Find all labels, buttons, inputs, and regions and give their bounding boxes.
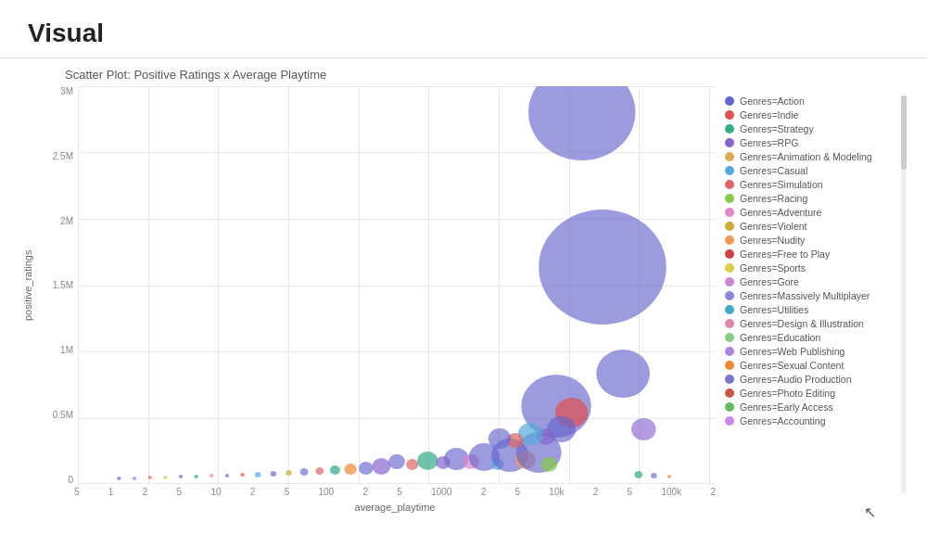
legend-dot-sexual [725,361,734,370]
x-ticks-row: 5 1 2 5 10 2 5 100 2 5 1000 2 5 10k 2 5 [74,487,716,513]
legend-item-design: Genres=Design & Illustration [725,318,896,329]
x-tick-500: 5 [397,487,402,497]
legend-label-accounting: Genres=Accounting [740,415,826,426]
legend-item-webpublishing: Genres=Web Publishing [725,346,896,357]
y-tick-1m: 1M [41,345,78,355]
bubble-28 [147,476,151,479]
bubble-21 [255,472,261,477]
chart-container: Scatter Plot: Positive Ratings x Average… [0,58,927,554]
chart-area: Scatter Plot: Positive Ratings x Average… [19,68,716,544]
legend-label-rpg: Genres=RPG [740,137,798,148]
page-header: Visual [0,0,927,58]
legend-label-strategy: Genres=Strategy [740,123,814,134]
legend-label-freetoplay: Genres=Free to Play [740,248,830,260]
legend-label-sexual: Genres=Sexual Content [740,360,844,371]
legend-item-sports: Genres=Sports [725,262,896,274]
legend-item-audio: Genres=Audio Production [725,374,896,385]
legend-dot-simulation [725,180,734,189]
x-tick-20k: 2 [593,487,599,497]
legend-dot-indie [725,110,734,120]
legend-item-animation: Genres=Animation & Modeling [725,151,896,162]
legend-item-photo: Genres=Photo Editing [725,388,896,399]
legend-item-sexual: Genres=Sexual Content [725,360,896,371]
bubble-26 [179,475,183,478]
bubble-12 [540,457,557,472]
legend-item-racing: Genres=Racing [725,193,896,204]
legend-dot-utilities [725,305,734,314]
legend-item-rpg: Genres=RPG [725,137,896,148]
legend-dot-rpg [725,138,734,147]
legend-label-photo: Genres=Photo Editing [740,388,835,399]
bubble-outlier-1 [651,473,657,478]
bubble-18 [300,468,309,476]
legend-item-utilities: Genres=Utilities [725,304,896,315]
x-tick-5000: 5 [515,487,521,497]
legend-dot-photo [725,388,734,398]
legend-dot-adventure [725,208,734,217]
bubble-dense-5 [489,428,511,449]
legend-item-violent: Genres=Violent [725,221,896,232]
chart-legend: Genres=Action Genres=Indie Genres=Strate… [716,68,901,544]
y-tick-15m: 1.5M [41,280,78,290]
y-ticks: 3M 2.5M 2M 1.5M 1M 0.5M 0 [41,86,78,485]
legend-label-action: Genres=Action [740,95,805,107]
x-tick-200k: 2 [710,487,716,497]
legend-dot-action [725,96,734,106]
scrollbar-track[interactable] [901,95,908,544]
bubble-outlier-3 [634,471,642,478]
chart-inner: positive_ratings 3M 2.5M 2M 1.5M 1M 0.5M… [19,86,716,485]
legend-label-audio: Genres=Audio Production [740,374,852,385]
bubble-25 [194,475,197,478]
x-tick-50k: 5 [628,487,633,497]
chart-title: Scatter Plot: Positive Ratings x Average… [65,68,716,82]
y-tick-25m: 2.5M [41,151,78,161]
bubble-22 [240,473,244,477]
x-tick-05: 5 [74,487,80,497]
legend-dot-gore [725,277,734,286]
x-tick-200: 2 [362,487,368,497]
bubble-20 [271,471,277,477]
legend-dot-animation [725,152,734,161]
chart-with-axes: 3M 2.5M 2M 1.5M 1M 0.5M 0 [41,86,716,485]
legend-dot-design [725,319,734,328]
page: Visual Scatter Plot: Positive Ratings x … [0,0,927,560]
bubble-action-medium [539,210,667,325]
bubble-14 [359,462,374,475]
legend-item-action: Genres=Action [725,95,896,107]
legend-dot-freetoplay [725,249,734,259]
legend-item-simulation: Genres=Simulation [725,179,896,190]
x-axis-label: average_playtime [74,502,716,513]
bubble-2 [406,459,418,470]
legend-item-casual: Genres=Casual [725,165,896,176]
legend-item-accounting: Genres=Accounting [725,415,896,426]
legend-label-violent: Genres=Violent [740,221,806,232]
legend-label-animation: Genres=Animation & Modeling [740,151,872,162]
bubble-3 [417,452,438,470]
legend-dot-sports [725,263,734,273]
x-tick-2000: 2 [481,487,487,497]
legend-dot-education [725,333,734,342]
legend-item-adventure: Genres=Adventure [725,207,896,218]
bubble-24 [210,474,213,477]
bubble-23 [225,474,229,477]
bubble-1 [388,454,405,469]
legend-dot-strategy [725,124,734,134]
legend-item-freetoplay: Genres=Free to Play [725,248,896,260]
bubble-16 [330,465,340,475]
x-tick-1000: 1000 [431,487,451,497]
legend-label-sports: Genres=Sports [740,262,806,274]
bubble-med-1 [596,350,650,398]
scatter-svg [78,86,716,485]
legend-dot-casual [725,166,734,175]
bubble-action-large [528,86,635,160]
legend-dot-earlyaccess [725,402,734,412]
x-tick-100: 100 [318,487,334,497]
bubble-outlier-2 [667,475,671,478]
legend-dot-audio [725,375,734,384]
y-axis-label: positive_ratings [19,86,37,485]
x-tick-20: 2 [250,487,256,497]
legend-item-education: Genres=Education [725,332,896,343]
bubble-30 [117,477,121,480]
scrollbar-thumb[interactable] [901,95,907,170]
x-tick-100k: 100k [661,487,681,497]
